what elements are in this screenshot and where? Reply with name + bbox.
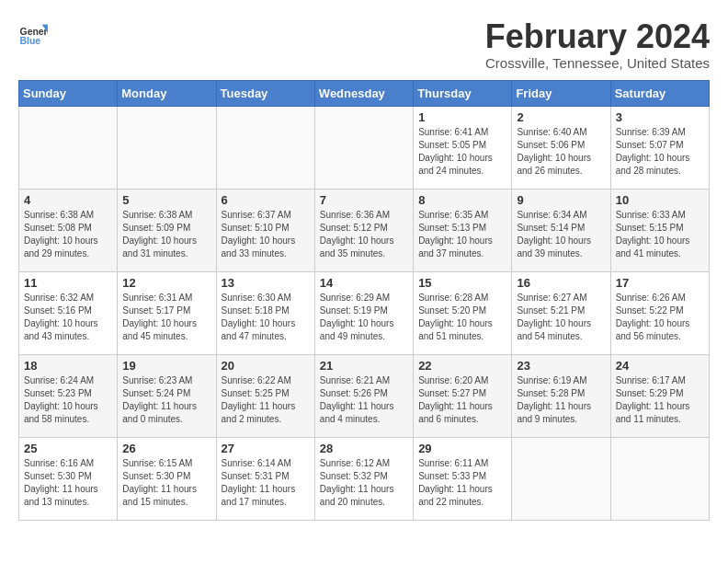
title-block: February 2024 Crossville, Tennessee, Uni… [485,18,710,71]
day-cell: 18Sunrise: 6:24 AM Sunset: 5:23 PM Dayli… [19,354,118,437]
day-info: Sunrise: 6:16 AM Sunset: 5:30 PM Dayligh… [24,457,112,509]
day-info: Sunrise: 6:26 AM Sunset: 5:22 PM Dayligh… [616,292,704,343]
day-cell: 3Sunrise: 6:39 AM Sunset: 5:07 PM Daylig… [610,106,709,189]
week-row-3: 11Sunrise: 6:32 AM Sunset: 5:16 PM Dayli… [19,271,710,354]
calendar-table: SundayMondayTuesdayWednesdayThursdayFrid… [18,80,710,521]
day-cell: 27Sunrise: 6:14 AM Sunset: 5:31 PM Dayli… [216,437,314,520]
weekday-header-tuesday: Tuesday [216,80,314,106]
weekday-header-friday: Friday [512,80,610,106]
day-number: 7 [320,193,408,207]
day-cell [216,106,314,189]
day-cell: 26Sunrise: 6:15 AM Sunset: 5:30 PM Dayli… [118,437,216,520]
day-cell: 11Sunrise: 6:32 AM Sunset: 5:16 PM Dayli… [19,271,118,354]
day-number: 9 [517,193,605,207]
day-info: Sunrise: 6:39 AM Sunset: 5:07 PM Dayligh… [616,126,704,178]
day-number: 1 [418,110,506,124]
day-info: Sunrise: 6:34 AM Sunset: 5:14 PM Dayligh… [517,209,605,260]
day-number: 10 [616,193,704,207]
day-cell: 2Sunrise: 6:40 AM Sunset: 5:06 PM Daylig… [512,106,610,189]
day-info: Sunrise: 6:29 AM Sunset: 5:19 PM Dayligh… [320,292,408,343]
day-cell: 16Sunrise: 6:27 AM Sunset: 5:21 PM Dayli… [512,271,610,354]
svg-text:Blue: Blue [20,36,41,46]
day-info: Sunrise: 6:24 AM Sunset: 5:23 PM Dayligh… [24,374,112,426]
day-number: 22 [418,359,506,373]
day-cell [314,106,413,189]
day-cell: 19Sunrise: 6:23 AM Sunset: 5:24 PM Dayli… [118,354,216,437]
svg-text:General: General [20,27,48,37]
day-info: Sunrise: 6:40 AM Sunset: 5:06 PM Dayligh… [517,126,605,178]
day-number: 25 [24,442,112,455]
day-number: 21 [320,359,408,373]
day-cell: 8Sunrise: 6:35 AM Sunset: 5:13 PM Daylig… [414,189,512,271]
day-number: 24 [616,359,704,373]
day-info: Sunrise: 6:11 AM Sunset: 5:33 PM Dayligh… [418,457,506,509]
week-row-1: 1Sunrise: 6:41 AM Sunset: 5:05 PM Daylig… [19,106,710,189]
day-cell: 4Sunrise: 6:38 AM Sunset: 5:08 PM Daylig… [19,189,118,271]
weekday-header-sunday: Sunday [19,80,118,106]
day-cell [19,106,118,189]
day-cell [512,437,610,520]
day-cell: 23Sunrise: 6:19 AM Sunset: 5:28 PM Dayli… [512,354,610,437]
day-number: 5 [122,193,210,207]
day-info: Sunrise: 6:30 AM Sunset: 5:18 PM Dayligh… [222,292,310,343]
day-cell: 21Sunrise: 6:21 AM Sunset: 5:26 PM Dayli… [314,354,413,437]
day-number: 20 [222,359,310,373]
day-cell: 15Sunrise: 6:28 AM Sunset: 5:20 PM Dayli… [414,271,512,354]
day-cell: 12Sunrise: 6:31 AM Sunset: 5:17 PM Dayli… [118,271,216,354]
day-number: 19 [122,359,210,373]
day-number: 11 [24,276,112,290]
day-info: Sunrise: 6:12 AM Sunset: 5:32 PM Dayligh… [320,457,408,509]
day-info: Sunrise: 6:23 AM Sunset: 5:24 PM Dayligh… [122,374,210,426]
day-info: Sunrise: 6:14 AM Sunset: 5:31 PM Dayligh… [222,457,310,509]
day-number: 27 [222,442,310,455]
day-number: 17 [616,276,704,290]
month-year: February 2024 [485,18,710,55]
day-number: 12 [122,276,210,290]
day-cell: 10Sunrise: 6:33 AM Sunset: 5:15 PM Dayli… [610,189,709,271]
day-number: 29 [418,442,506,455]
day-number: 23 [517,359,605,373]
day-info: Sunrise: 6:15 AM Sunset: 5:30 PM Dayligh… [122,457,210,509]
day-info: Sunrise: 6:17 AM Sunset: 5:29 PM Dayligh… [616,374,704,426]
day-cell: 7Sunrise: 6:36 AM Sunset: 5:12 PM Daylig… [314,189,413,271]
day-number: 14 [320,276,408,290]
day-cell: 5Sunrise: 6:38 AM Sunset: 5:09 PM Daylig… [118,189,216,271]
day-number: 18 [24,359,112,373]
day-info: Sunrise: 6:32 AM Sunset: 5:16 PM Dayligh… [24,292,112,343]
weekday-header-thursday: Thursday [414,80,512,106]
week-row-4: 18Sunrise: 6:24 AM Sunset: 5:23 PM Dayli… [19,354,710,437]
weekday-header-monday: Monday [118,80,216,106]
day-cell [610,437,709,520]
day-cell: 20Sunrise: 6:22 AM Sunset: 5:25 PM Dayli… [216,354,314,437]
day-cell: 17Sunrise: 6:26 AM Sunset: 5:22 PM Dayli… [610,271,709,354]
day-number: 28 [320,442,408,455]
day-cell: 13Sunrise: 6:30 AM Sunset: 5:18 PM Dayli… [216,271,314,354]
day-number: 13 [222,276,310,290]
day-number: 16 [517,276,605,290]
day-cell: 29Sunrise: 6:11 AM Sunset: 5:33 PM Dayli… [414,437,512,520]
day-number: 26 [122,442,210,455]
day-info: Sunrise: 6:27 AM Sunset: 5:21 PM Dayligh… [517,292,605,343]
day-info: Sunrise: 6:38 AM Sunset: 5:08 PM Dayligh… [24,209,112,260]
day-number: 4 [24,193,112,207]
logo-icon: General Blue [18,18,48,48]
day-cell: 1Sunrise: 6:41 AM Sunset: 5:05 PM Daylig… [414,106,512,189]
day-number: 3 [616,110,704,124]
day-cell: 25Sunrise: 6:16 AM Sunset: 5:30 PM Dayli… [19,437,118,520]
day-info: Sunrise: 6:28 AM Sunset: 5:20 PM Dayligh… [418,292,506,343]
day-info: Sunrise: 6:19 AM Sunset: 5:28 PM Dayligh… [517,374,605,426]
day-info: Sunrise: 6:36 AM Sunset: 5:12 PM Dayligh… [320,209,408,260]
weekday-header-saturday: Saturday [610,80,709,106]
page-header: General Blue February 2024 Crossville, T… [18,18,710,71]
calendar-body: 1Sunrise: 6:41 AM Sunset: 5:05 PM Daylig… [19,106,710,520]
week-row-2: 4Sunrise: 6:38 AM Sunset: 5:08 PM Daylig… [19,189,710,271]
logo: General Blue [18,18,48,48]
day-info: Sunrise: 6:33 AM Sunset: 5:15 PM Dayligh… [616,209,704,260]
day-cell: 24Sunrise: 6:17 AM Sunset: 5:29 PM Dayli… [610,354,709,437]
day-number: 8 [418,193,506,207]
day-cell: 6Sunrise: 6:37 AM Sunset: 5:10 PM Daylig… [216,189,314,271]
day-info: Sunrise: 6:35 AM Sunset: 5:13 PM Dayligh… [418,209,506,260]
day-number: 2 [517,110,605,124]
location: Crossville, Tennessee, United States [485,55,710,71]
day-cell: 14Sunrise: 6:29 AM Sunset: 5:19 PM Dayli… [314,271,413,354]
